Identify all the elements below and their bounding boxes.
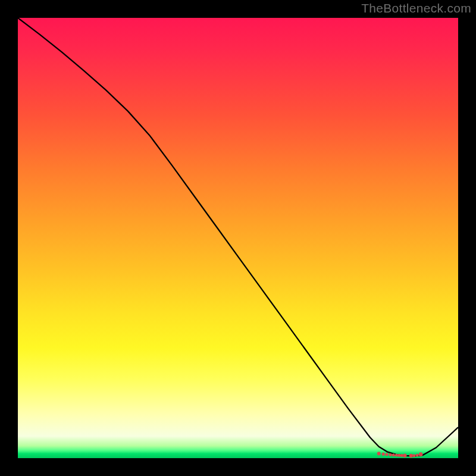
trough-marker bbox=[392, 453, 395, 456]
trough-marker bbox=[400, 454, 403, 457]
plot-area bbox=[18, 18, 458, 458]
watermark-text: TheBottleneck.com bbox=[361, 1, 471, 15]
trough-marker bbox=[389, 453, 392, 456]
curve-svg bbox=[18, 18, 458, 458]
chart-stage: TheBottleneck.com bbox=[0, 0, 476, 476]
trough-marker bbox=[416, 453, 419, 456]
trough-marker bbox=[413, 454, 416, 457]
trough-marker bbox=[386, 453, 389, 456]
trough-marker bbox=[409, 454, 413, 458]
bottleneck-curve bbox=[18, 18, 458, 456]
trough-marker bbox=[403, 454, 406, 458]
trough-marker bbox=[397, 454, 400, 457]
trough-marker bbox=[395, 453, 398, 456]
trough-marker bbox=[382, 453, 385, 456]
marker-group bbox=[377, 452, 423, 458]
trough-marker bbox=[419, 452, 423, 456]
trough-marker bbox=[377, 452, 381, 455]
